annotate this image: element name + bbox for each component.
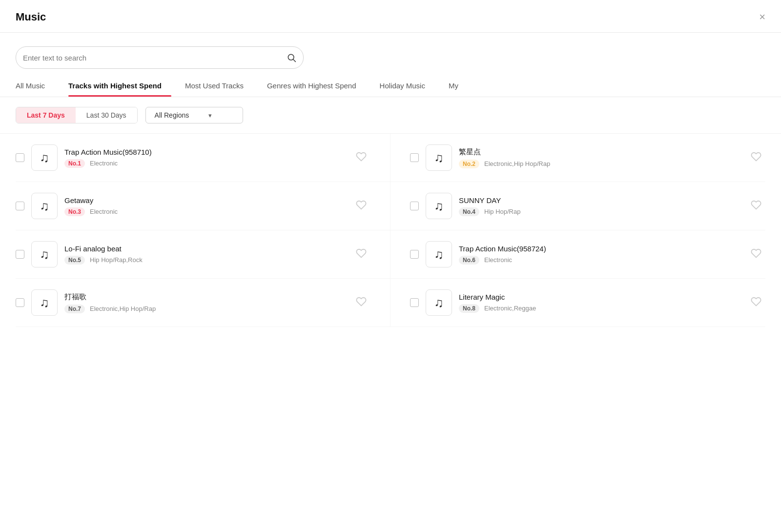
tabs-section: All MusicTracks with Highest SpendMost U… <box>0 69 781 97</box>
like-button[interactable] <box>747 294 765 311</box>
track-title: Getaway <box>64 196 345 205</box>
like-button[interactable] <box>352 246 370 263</box>
tab-tracks-highest-spend[interactable]: Tracks with Highest Spend <box>68 78 171 97</box>
track-title: SUNNY DAY <box>459 196 740 205</box>
track-title: 打福歌 <box>64 292 345 302</box>
track-genre: Electronic,Hip Hop/Rap <box>484 160 550 167</box>
track-checkbox[interactable] <box>410 250 419 259</box>
track-thumbnail: ♫ <box>426 144 452 171</box>
header: Music × <box>0 0 781 33</box>
time-filter-last-30-days[interactable]: Last 30 Days <box>76 107 137 123</box>
rank-badge: No.6 <box>459 256 479 265</box>
heart-icon <box>356 248 367 259</box>
close-button[interactable]: × <box>759 12 765 22</box>
track-thumbnail: ♫ <box>31 144 58 171</box>
track-checkbox[interactable] <box>16 153 24 162</box>
rank-badge: No.8 <box>459 304 479 313</box>
heart-icon <box>356 200 367 210</box>
filters-section: Last 7 DaysLast 30 DaysAll Regions▾ <box>0 97 781 134</box>
music-note-icon: ♫ <box>40 247 49 262</box>
track-info: SUNNY DAYNo.4Hip Hop/Rap <box>459 196 740 216</box>
heart-icon <box>751 151 761 162</box>
track-thumbnail: ♫ <box>31 241 58 267</box>
music-note-icon: ♫ <box>434 199 444 214</box>
track-meta: No.7Electronic,Hip Hop/Rap <box>64 305 345 313</box>
like-button[interactable] <box>352 149 370 166</box>
tab-all-music[interactable]: All Music <box>16 78 55 97</box>
track-info: 繁星点No.2Electronic,Hip Hop/Rap <box>459 147 740 168</box>
track-checkbox[interactable] <box>16 250 24 259</box>
heart-icon <box>751 296 761 307</box>
rank-badge: No.2 <box>459 160 479 168</box>
search-box <box>16 46 304 69</box>
rank-badge: No.5 <box>64 256 85 265</box>
like-button[interactable] <box>352 198 370 215</box>
search-input[interactable] <box>23 54 287 62</box>
track-thumbnail: ♫ <box>426 289 452 316</box>
track-info: Literary MagicNo.8Electronic,Reggae <box>459 293 740 313</box>
track-thumbnail: ♫ <box>31 289 58 316</box>
time-filter-group: Last 7 DaysLast 30 Days <box>16 107 138 123</box>
music-note-icon: ♫ <box>40 150 49 165</box>
track-genre: Electronic,Reggae <box>484 305 536 312</box>
heart-icon <box>751 200 761 210</box>
search-icon <box>287 53 296 62</box>
tab-my[interactable]: My <box>449 78 468 97</box>
track-checkbox[interactable] <box>410 202 419 210</box>
track-checkbox[interactable] <box>410 298 419 307</box>
track-genre: Hip Hop/Rap <box>484 208 520 215</box>
music-note-icon: ♫ <box>434 150 444 165</box>
track-row: ♫打福歌No.7Electronic,Hip Hop/Rap <box>16 279 390 327</box>
track-info: 打福歌No.7Electronic,Hip Hop/Rap <box>64 292 345 313</box>
track-genre: Electronic <box>90 208 118 215</box>
rank-badge: No.1 <box>64 159 85 168</box>
like-button[interactable] <box>747 198 765 215</box>
track-row: ♫SUNNY DAYNo.4Hip Hop/Rap <box>390 182 765 230</box>
track-title: Trap Action Music(958710) <box>64 148 345 156</box>
tab-most-used-tracks[interactable]: Most Used Tracks <box>185 78 253 97</box>
track-thumbnail: ♫ <box>426 241 452 267</box>
time-filter-last-7-days[interactable]: Last 7 Days <box>16 107 76 123</box>
track-row: ♫Lo-Fi analog beatNo.5Hip Hop/Rap,Rock <box>16 230 390 279</box>
track-row: ♫Literary MagicNo.8Electronic,Reggae <box>390 279 765 327</box>
music-note-icon: ♫ <box>40 295 49 310</box>
region-label: All Regions <box>155 111 189 119</box>
heart-icon <box>751 248 761 259</box>
chevron-down-icon: ▾ <box>208 112 212 119</box>
track-checkbox[interactable] <box>16 298 24 307</box>
track-info: Lo-Fi analog beatNo.5Hip Hop/Rap,Rock <box>64 245 345 265</box>
search-button[interactable] <box>287 53 296 62</box>
track-thumbnail: ♫ <box>31 193 58 219</box>
track-genre: Hip Hop/Rap,Rock <box>90 256 143 264</box>
rank-badge: No.4 <box>459 207 479 216</box>
track-meta: No.4Hip Hop/Rap <box>459 207 740 216</box>
track-meta: No.2Electronic,Hip Hop/Rap <box>459 160 740 168</box>
music-note-icon: ♫ <box>40 199 49 214</box>
track-info: Trap Action Music(958710)No.1Electronic <box>64 148 345 168</box>
track-info: Trap Action Music(958724)No.6Electronic <box>459 245 740 265</box>
track-meta: No.1Electronic <box>64 159 345 168</box>
track-genre: Electronic,Hip Hop/Rap <box>90 305 156 312</box>
like-button[interactable] <box>747 149 765 166</box>
track-meta: No.5Hip Hop/Rap,Rock <box>64 256 345 265</box>
search-section <box>0 33 781 69</box>
heart-icon <box>356 296 367 307</box>
track-checkbox[interactable] <box>410 153 419 162</box>
rank-badge: No.7 <box>64 305 85 313</box>
like-button[interactable] <box>747 246 765 263</box>
tab-holiday-music[interactable]: Holiday Music <box>380 78 435 97</box>
track-checkbox[interactable] <box>16 202 24 210</box>
rank-badge: No.3 <box>64 207 85 216</box>
tab-genres-highest-spend[interactable]: Genres with Highest Spend <box>267 78 366 97</box>
music-note-icon: ♫ <box>434 247 444 262</box>
region-select[interactable]: All Regions▾ <box>145 107 243 123</box>
track-row: ♫繁星点No.2Electronic,Hip Hop/Rap <box>390 134 765 182</box>
page-title: Music <box>16 11 46 23</box>
track-title: 繁星点 <box>459 147 740 157</box>
track-row: ♫Trap Action Music(958724)No.6Electronic <box>390 230 765 279</box>
track-row: ♫GetawayNo.3Electronic <box>16 182 390 230</box>
like-button[interactable] <box>352 294 370 311</box>
heart-icon <box>356 151 367 162</box>
track-meta: No.3Electronic <box>64 207 345 216</box>
track-meta: No.6Electronic <box>459 256 740 265</box>
